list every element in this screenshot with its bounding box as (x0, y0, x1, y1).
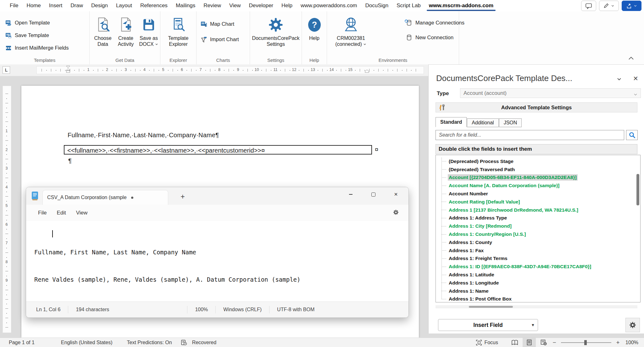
field-list[interactable]: (Deprecated) Process Stage(Deprecated) T… (436, 155, 641, 302)
tab-standard[interactable]: Standard (436, 117, 467, 127)
field-list-scrollbar-thumb[interactable] (636, 174, 639, 205)
print-layout-button[interactable] (523, 338, 536, 347)
encoding[interactable]: UTF-8 with BOM (269, 306, 322, 313)
insert-field-button[interactable]: Insert Field ▾ (438, 319, 538, 331)
zoom-out-button[interactable]: − (552, 339, 557, 346)
field-item[interactable]: Account [{22704D05-6B34-EF11-840A-000D3A… (436, 174, 640, 182)
notepad-menu-view[interactable]: View (71, 210, 93, 216)
right-indent-marker[interactable] (365, 68, 369, 74)
field-item[interactable]: (Deprecated) Traversed Path (436, 165, 640, 174)
help-button[interactable]: ? Help (303, 16, 325, 41)
field-item[interactable]: Address 1: ID [{EF89AEC0-838F-43D7-A94E-… (436, 263, 640, 271)
document-header-line[interactable]: Fullname,·First·Name,·Last·Name,·Company… (68, 132, 219, 139)
menu-tab-script-lab[interactable]: Script Lab (392, 0, 425, 11)
comments-button[interactable] (581, 1, 596, 11)
menu-tab-draw[interactable]: Draw (66, 0, 87, 11)
pane-settings-button[interactable] (625, 318, 640, 332)
pane-menu-chevron-icon[interactable] (616, 76, 622, 84)
menu-tab-file[interactable]: File (6, 0, 22, 11)
field-item[interactable]: Address 1: Address Type (436, 214, 640, 222)
field-item[interactable]: Address 1: Freight Terms (436, 255, 640, 263)
crm-connection-button[interactable]: CRM002381 (connected) (331, 16, 371, 47)
advanced-template-settings-button[interactable]: Advanced Template Settings (436, 102, 637, 112)
new-connection-button[interactable]: New Connection (406, 32, 464, 43)
menu-tab-references[interactable]: References (136, 0, 172, 11)
save-template-button[interactable]: Save Template (5, 30, 89, 41)
notepad-menu-edit[interactable]: Edit (52, 210, 71, 216)
field-item[interactable]: Address 1 [2137 Birchwood DrRedmond, WA … (436, 206, 640, 214)
field-item[interactable]: Address 1: Longitude (436, 279, 640, 287)
zoom-slider[interactable] (561, 342, 611, 343)
menu-tab-layout[interactable]: Layout (112, 0, 136, 11)
template-explorer-button[interactable]: Template Explorer (164, 16, 193, 47)
document-table-cell[interactable]: <<fullname>>,·<<firstname>>,·<<lastname>… (64, 145, 372, 155)
import-chart-button[interactable]: Import Chart (200, 34, 250, 45)
ruler-horizontal[interactable]: 123456789101112131415 (36, 66, 424, 74)
zoom-in-button[interactable]: + (615, 339, 621, 346)
page-indicator[interactable]: Page 1 of 1 (0, 340, 39, 345)
tab-additional[interactable]: Additional (467, 118, 498, 127)
text-predictions-indicator[interactable]: Text Predictions: On (122, 340, 176, 345)
field-item[interactable]: Address 1: Fax (436, 247, 640, 255)
menu-tab-design[interactable]: Design (87, 0, 112, 11)
field-item[interactable]: Address 1: Country/Region [U.S.] (436, 230, 640, 238)
pane-close-icon[interactable]: ✕ (633, 75, 638, 82)
notepad-text-area[interactable]: Fullname, First Name, Last Name, Company… (26, 221, 408, 302)
recovered-indicator[interactable]: Recovered (192, 340, 221, 345)
open-template-button[interactable]: Open Template (5, 18, 89, 28)
close-button[interactable]: ✕ (385, 187, 407, 202)
horizontal-scrollbar-thumb[interactable] (469, 306, 513, 308)
ruler-vertical[interactable]: 123456789 (3, 86, 11, 333)
menu-tab-home[interactable]: Home (22, 0, 45, 11)
tab-stop-selector[interactable]: L (3, 66, 10, 74)
web-layout-button[interactable] (537, 338, 550, 347)
field-item[interactable]: Account Name [A. Datum Corporation (samp… (436, 182, 640, 190)
notepad-window[interactable]: CSV_A Datum Corporation (sample + ✕ File… (26, 187, 409, 318)
notepad-titlebar[interactable]: CSV_A Datum Corporation (sample + ✕ (26, 187, 408, 205)
menu-tab-www-poweraddons-com[interactable]: www.poweraddons.com (297, 0, 361, 11)
minimize-button[interactable] (339, 187, 362, 202)
field-item[interactable]: Address 1: Name (436, 287, 640, 295)
field-item[interactable]: (Deprecated) Process Stage (436, 157, 640, 165)
focus-button[interactable]: Focus (471, 339, 502, 346)
field-item[interactable]: Account Number (436, 190, 640, 198)
notepad-settings-icon[interactable] (393, 209, 399, 217)
insert-field-dropdown-arrow[interactable]: ▾ (532, 319, 534, 331)
notepad-tab[interactable]: CSV_A Datum Corporation (sample (42, 190, 168, 205)
horizontal-scrollbar[interactable] (436, 305, 637, 308)
field-item[interactable]: Account Rating [Default Value] (436, 198, 640, 206)
search-button[interactable] (626, 130, 638, 140)
language-indicator[interactable]: English (United States) (57, 340, 117, 345)
menu-tab-mailings[interactable]: Mailings (172, 0, 199, 11)
field-item[interactable]: Address 1: County (436, 238, 640, 247)
insert-mailmerge-fields-button[interactable]: Insert MailMerge Fields (5, 43, 89, 53)
type-dropdown[interactable]: Account (account) (460, 88, 641, 98)
new-tab-button[interactable]: + (177, 191, 188, 202)
notepad-menu-file[interactable]: File (33, 210, 52, 216)
create-activity-button[interactable]: Create Activity (114, 16, 137, 47)
field-item[interactable]: Address 1: Post Office Box (436, 295, 640, 302)
menu-tab-view[interactable]: View (225, 0, 245, 11)
manage-connections-button[interactable]: Manage Connections (406, 18, 464, 28)
choose-data-button[interactable]: Choose Data (92, 16, 114, 47)
dcp-settings-button[interactable]: DocumentsCorePack Settings (251, 16, 301, 47)
field-item[interactable]: Address 1: Latitude (436, 271, 640, 279)
field-item[interactable]: Address 1: City [Redmond] (436, 222, 640, 230)
maximize-button[interactable] (362, 187, 385, 202)
field-search-input[interactable] (436, 130, 624, 140)
tab-json[interactable]: JSON (499, 118, 522, 127)
share-button[interactable] (622, 1, 641, 11)
menu-tab-docusign[interactable]: DocuSign (361, 0, 393, 11)
editing-mode-button[interactable] (599, 1, 619, 11)
save-as-docx-button[interactable]: Save as DOCX (137, 16, 160, 47)
collapse-ribbon-button[interactable] (628, 56, 634, 61)
zoom-slider-thumb[interactable] (584, 340, 587, 345)
menu-tab-review[interactable]: Review (199, 0, 225, 11)
menu-tab-www-mscrm-addons-com[interactable]: www.mscrm-addons.com (425, 0, 497, 11)
menu-tab-developer[interactable]: Developer (245, 0, 278, 11)
menu-tab-help[interactable]: Help (277, 0, 297, 11)
zoom-percentage[interactable]: 100% (622, 340, 641, 345)
menu-tab-insert[interactable]: Insert (45, 0, 67, 11)
notepad-zoom[interactable]: 100% (187, 306, 216, 313)
map-chart-button[interactable]: Map Chart (200, 19, 250, 29)
